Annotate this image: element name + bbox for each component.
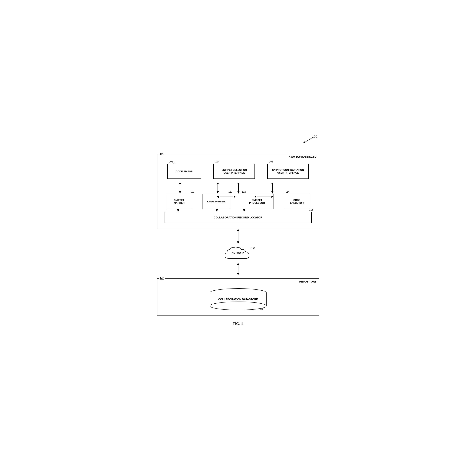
box-120-label: 120	[159, 152, 165, 156]
svg-marker-31	[237, 242, 239, 244]
diagram-container: 100 120 JAVA IDE BOUNDARY 102 CODE EDITO…	[153, 135, 323, 326]
code-editor-label: CODE EDITOR	[176, 170, 193, 173]
box-140-label: 140	[159, 277, 165, 280]
ref-100-area: 100	[153, 135, 323, 144]
svg-marker-3	[179, 191, 181, 193]
svg-marker-19	[272, 196, 273, 198]
double-arrow-collab-network	[235, 229, 241, 244]
svg-point-39	[210, 302, 266, 310]
svg-marker-27	[243, 210, 245, 212]
svg-marker-7	[217, 183, 219, 184]
arrow-network-repo	[235, 263, 241, 276]
svg-marker-15	[217, 196, 219, 198]
arrows-row1-row2	[161, 183, 316, 194]
ref-108: 108	[190, 191, 194, 193]
collab-locator-row: 116 COLLABORATION RECORD LOCATOR	[161, 212, 315, 223]
svg-marker-13	[271, 183, 273, 184]
network-section: NETWORK 130	[223, 246, 253, 263]
svg-marker-9	[237, 191, 240, 193]
svg-marker-34	[237, 273, 239, 275]
cloud-svg	[223, 246, 253, 263]
svg-marker-6	[217, 191, 219, 193]
fig-label: FIG. 1	[233, 321, 243, 326]
arrows-row2-horizontal	[161, 195, 316, 199]
ref-130: 130	[251, 247, 255, 250]
ref-142: 142	[260, 308, 263, 310]
svg-marker-24	[216, 210, 218, 212]
svg-line-0	[304, 137, 314, 143]
code-executor-label: CODE EXECUTOR	[290, 199, 304, 204]
code-editor-group: 102 CODE EDITOR	[167, 164, 201, 179]
code-parser-label: CODE PARSER	[207, 200, 225, 203]
snippet-marker-label: SNIPPET MARKER	[174, 199, 185, 204]
svg-marker-18	[255, 196, 256, 198]
row1: 102 CODE EDITOR 104 SNIPPET SELECTION US…	[161, 164, 315, 179]
code-editor-box: CODE EDITOR	[167, 164, 201, 179]
svg-marker-21	[177, 210, 179, 212]
svg-marker-16	[234, 196, 236, 198]
ref-110: 110	[229, 191, 232, 193]
java-ide-box: 120 JAVA IDE BOUNDARY 102 CODE EDITOR 10…	[157, 154, 319, 229]
snippet-processor-label: SNIPPET PROCESSOR	[249, 199, 265, 204]
svg-marker-33	[237, 263, 239, 265]
snippet-selection-label: SNIPPET SELECTION USER INTERFACE	[222, 168, 247, 174]
ref-100-arrow-svg	[300, 136, 315, 144]
datastore-svg: COLLABORATION DATASTORE	[206, 288, 270, 310]
collab-to-network-arrow	[157, 229, 319, 244]
cloud-shape: NETWORK 130	[223, 246, 253, 263]
ref-102: 102	[169, 160, 173, 163]
repository-box: 140 REPOSITORY COLLABORATION DATASTORE 1…	[157, 278, 319, 316]
svg-marker-10	[237, 183, 240, 184]
java-ide-boundary-label: JAVA IDE BOUNDARY	[289, 156, 316, 159]
ref-112: 112	[242, 191, 246, 193]
ref-114: 114	[286, 191, 289, 193]
svg-marker-30	[237, 229, 239, 231]
snippet-selection-group: 104 SNIPPET SELECTION USER INTERFACE	[213, 164, 255, 179]
snippet-config-label: SNIPPET CONFIGURATION USER INTERFACE	[272, 168, 304, 174]
network-label: NETWORK	[232, 251, 244, 254]
network-to-repo-arrow	[157, 263, 319, 276]
datastore-container: COLLABORATION DATASTORE 142	[206, 288, 270, 310]
svg-marker-12	[271, 191, 273, 193]
collab-locator-label: COLLABORATION RECORD LOCATOR	[213, 216, 262, 219]
snippet-config-box: SNIPPET CONFIGURATION USER INTERFACE	[267, 164, 309, 179]
svg-text:COLLABORATION DATASTORE: COLLABORATION DATASTORE	[218, 298, 258, 301]
svg-marker-4	[179, 183, 181, 184]
snippet-selection-box: SNIPPET SELECTION USER INTERFACE	[213, 164, 255, 179]
ref-106: 106	[269, 160, 273, 163]
repository-label: REPOSITORY	[299, 280, 316, 283]
snippet-config-group: 106 SNIPPET CONFIGURATION USER INTERFACE	[267, 164, 309, 179]
ref-104: 104	[215, 160, 219, 163]
collab-locator-box: COLLABORATION RECORD LOCATOR	[165, 212, 312, 223]
ref-116: 116	[309, 209, 313, 211]
